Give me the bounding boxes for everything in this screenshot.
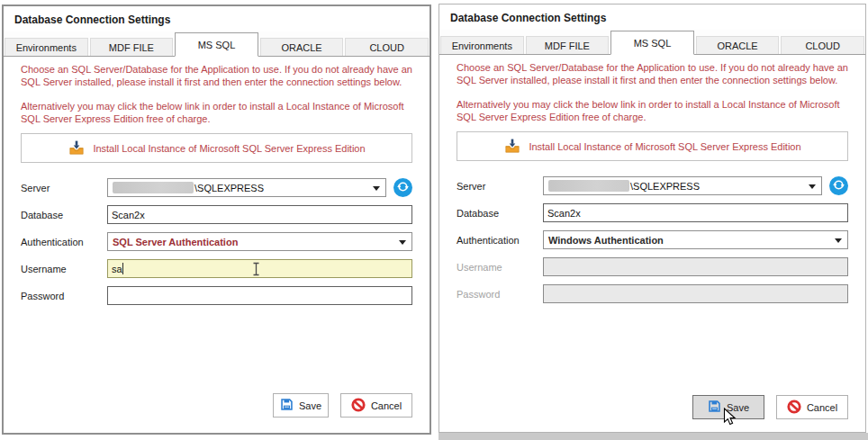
tab-strip: Environments MDF FILE MS SQL ORACLE CLOU… [4, 31, 429, 57]
username-row: Username [21, 259, 412, 278]
refresh-icon [831, 177, 846, 195]
cancel-prohibition-icon [787, 400, 801, 416]
username-input [543, 257, 848, 276]
db-connection-dialog-right: Database Connection Settings Environment… [439, 4, 866, 433]
database-input[interactable] [107, 205, 412, 224]
tab-oracle[interactable]: ORACLE [260, 38, 344, 56]
install-sql-express-button[interactable]: Install Local Instance of Microsoft SQL … [457, 131, 848, 161]
refresh-servers-button[interactable] [829, 176, 848, 195]
dialog-actions: Save Cancel [692, 395, 848, 419]
tab-mdf-file[interactable]: MDF FILE [90, 38, 174, 56]
tab-environments[interactable]: Environments [5, 38, 88, 56]
save-button[interactable]: Save [273, 393, 329, 418]
username-row: Username [457, 257, 848, 276]
cancel-button[interactable]: Cancel [776, 395, 848, 419]
server-row: Server \SQLEXPRESS [21, 178, 412, 197]
server-label: Server [21, 183, 107, 193]
install-button-label: Install Local Instance of Microsoft SQL … [93, 143, 365, 154]
server-combobox[interactable]: \SQLEXPRESS [543, 176, 822, 195]
desktop-background-strip [439, 433, 868, 440]
database-row: Database [457, 203, 848, 222]
password-label: Password [21, 291, 107, 301]
tab-cloud[interactable]: CLOUD [781, 36, 864, 54]
server-value: \SQLEXPRESS [630, 181, 700, 192]
database-row: Database [21, 205, 412, 224]
ibeam-cursor [251, 262, 261, 278]
intro-paragraph-1: Choose an SQL Server/Database for the Ap… [21, 63, 412, 88]
password-row: Password [457, 284, 848, 303]
authentication-row: Authentication SQL Server Authentication [21, 232, 412, 251]
dialog-actions: Save Cancel [273, 393, 412, 418]
intro-paragraph-1: Choose an SQL Server/Database for the Ap… [457, 61, 848, 86]
username-label: Username [21, 264, 107, 274]
server-label: Server [457, 181, 543, 192]
database-label: Database [457, 208, 543, 219]
tab-panel-ms-sql: Choose an SQL Server/Database for the Ap… [4, 63, 429, 440]
tab-panel-ms-sql: Choose an SQL Server/Database for the Ap… [439, 61, 865, 440]
dialog-title: Database Connection Settings [439, 4, 865, 30]
install-download-tray-icon [68, 139, 86, 158]
save-button[interactable]: Save [692, 395, 764, 419]
database-label: Database [21, 210, 107, 220]
install-sql-express-button[interactable]: Install Local Instance of Microsoft SQL … [21, 133, 412, 163]
database-input[interactable] [543, 203, 848, 222]
tab-strip: Environments MDF FILE MS SQL ORACLE CLOU… [439, 30, 865, 55]
refresh-icon [395, 179, 411, 197]
chevron-down-icon [399, 240, 406, 245]
install-button-label: Install Local Instance of Microsoft SQL … [529, 141, 800, 152]
tab-mdf-file[interactable]: MDF FILE [526, 36, 610, 54]
cancel-prohibition-icon [351, 398, 366, 414]
intro-paragraph-2: Alternatively you may click the below li… [457, 98, 848, 123]
tab-cloud[interactable]: CLOUD [345, 38, 429, 56]
password-label: Password [457, 289, 543, 300]
password-input[interactable] [107, 286, 412, 305]
server-combobox[interactable]: \SQLEXPRESS [107, 178, 386, 197]
text-caret [122, 263, 123, 274]
tab-environments[interactable]: Environments [440, 36, 524, 54]
save-button-label: Save [299, 400, 321, 411]
db-connection-dialog-left: Database Connection Settings Environment… [2, 4, 431, 435]
username-label: Username [457, 262, 543, 273]
chevron-down-icon [373, 186, 380, 191]
password-row: Password [21, 286, 412, 305]
authentication-combobox[interactable]: SQL Server Authentication [107, 232, 412, 251]
authentication-value: Windows Authentication [548, 235, 664, 246]
cancel-button[interactable]: Cancel [340, 393, 412, 418]
authentication-row: Authentication Windows Authentication [457, 230, 848, 249]
password-input [543, 284, 848, 303]
save-floppy-icon [280, 398, 294, 413]
intro-paragraph-2: Alternatively you may click the below li… [21, 100, 412, 125]
save-floppy-icon [708, 400, 721, 415]
authentication-value: SQL Server Authentication [113, 237, 238, 247]
refresh-servers-button[interactable] [393, 178, 412, 197]
save-button-label: Save [727, 402, 749, 413]
authentication-label: Authentication [21, 237, 107, 247]
chevron-down-icon [809, 184, 816, 189]
chevron-down-icon [835, 238, 842, 243]
cancel-button-label: Cancel [371, 400, 402, 411]
install-download-tray-icon [503, 137, 521, 157]
cancel-button-label: Cancel [807, 402, 837, 413]
tab-ms-sql[interactable]: MS SQL [175, 32, 258, 57]
tab-ms-sql[interactable]: MS SQL [610, 31, 694, 55]
authentication-combobox[interactable]: Windows Authentication [543, 230, 848, 249]
tab-oracle[interactable]: ORACLE [696, 36, 780, 54]
server-value: \SQLEXPRESS [194, 183, 264, 193]
redacted-server-name [113, 182, 194, 193]
server-row: Server \SQLEXPRESS [457, 176, 848, 195]
authentication-label: Authentication [457, 235, 543, 246]
dialog-title: Database Connection Settings [4, 6, 429, 31]
redacted-server-name [548, 180, 629, 192]
